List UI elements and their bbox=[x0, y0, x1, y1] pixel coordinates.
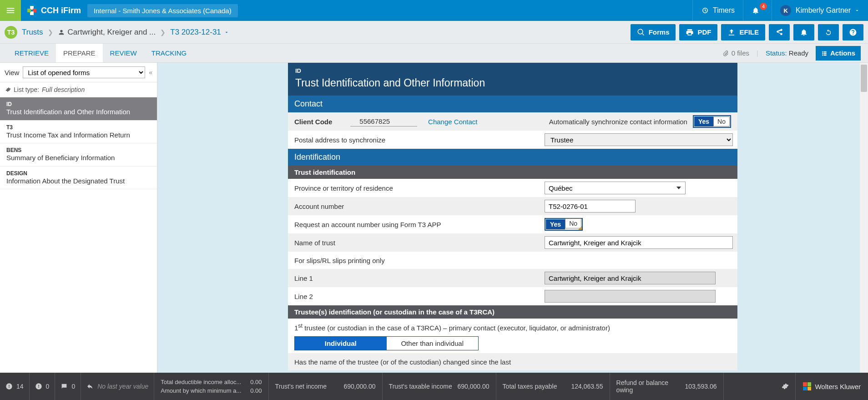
footer-bar: 14 0 0 No last year value Total deductib… bbox=[0, 373, 868, 400]
breadcrumb-bar: T3 Trusts ❯ Cartwright, Kreiger and ... … bbox=[0, 21, 868, 44]
notification-badge: 4 bbox=[760, 3, 767, 10]
seg-other[interactable]: Other than individual bbox=[387, 337, 479, 350]
list-type-row[interactable]: List type: Full description bbox=[0, 82, 157, 97]
efile-button[interactable]: EFILE bbox=[721, 24, 765, 41]
name-input[interactable] bbox=[545, 236, 733, 249]
tab-retrieve[interactable]: RETRIEVE bbox=[7, 44, 56, 62]
account-label: Account number bbox=[294, 203, 545, 210]
changed-label: Has the name of the trustee (or of the c… bbox=[294, 358, 511, 366]
gear-icon bbox=[5, 87, 11, 92]
status-label[interactable]: Status: bbox=[766, 49, 787, 57]
chevron-down-icon bbox=[854, 8, 860, 13]
diag-icon bbox=[35, 383, 42, 390]
hamburger-menu[interactable] bbox=[0, 0, 21, 21]
seg-individual[interactable]: Individual bbox=[295, 337, 387, 350]
reply-icon bbox=[86, 383, 94, 390]
files-indicator[interactable]: 0 files bbox=[722, 49, 749, 57]
change-contact-link[interactable]: Change Contact bbox=[428, 118, 477, 126]
breadcrumb-root[interactable]: Trusts bbox=[22, 28, 43, 37]
context-pill[interactable]: Internal - Smith Jones & Associates (Can… bbox=[87, 4, 238, 17]
list-icon bbox=[821, 50, 828, 56]
share-button[interactable] bbox=[769, 24, 790, 41]
slips-label: For slips/RL slips printing only bbox=[294, 257, 545, 264]
footer-lastyear[interactable]: No last year value bbox=[81, 373, 154, 400]
footer-diag1[interactable]: 14 bbox=[0, 373, 30, 400]
footer-net: Trust's net income690,000.00 bbox=[269, 373, 383, 400]
wolters-kluwer-logo[interactable]: Wolters Kluwer bbox=[796, 373, 868, 400]
user-name: Kimberly Gartner bbox=[796, 6, 851, 15]
comment-icon bbox=[61, 383, 68, 390]
timers-button[interactable]: Timers bbox=[692, 0, 743, 21]
client-code-value[interactable]: 55667825 bbox=[350, 116, 417, 127]
timer-icon bbox=[701, 6, 709, 15]
person-icon bbox=[58, 29, 65, 36]
sidebar-item-t3[interactable]: T3 Trust Income Tax and Information Retu… bbox=[0, 121, 157, 144]
client-code-label: Client Code bbox=[294, 118, 332, 126]
name-label: Name of trust bbox=[294, 239, 545, 247]
province-select[interactable] bbox=[545, 182, 686, 194]
postal-label: Postal address to synchronize bbox=[294, 136, 545, 144]
status-value: Ready bbox=[789, 49, 808, 57]
account-input[interactable] bbox=[545, 200, 636, 213]
tab-prepare[interactable]: PREPARE bbox=[56, 44, 103, 62]
alerts-button[interactable] bbox=[793, 24, 814, 41]
request-toggle[interactable]: Yes No bbox=[545, 218, 583, 231]
forms-button[interactable]: Forms bbox=[631, 24, 676, 41]
line2-input[interactable] bbox=[545, 290, 716, 303]
recycle-button[interactable] bbox=[818, 24, 839, 41]
share-icon bbox=[775, 28, 783, 36]
view-select[interactable]: List of opened forms bbox=[23, 66, 145, 78]
paperclip-icon bbox=[722, 50, 729, 56]
scroll-thumb[interactable] bbox=[861, 65, 867, 92]
request-label: Request an account number using Form T3 … bbox=[294, 221, 545, 228]
scrollbar[interactable] bbox=[860, 63, 868, 373]
main-area: View List of opened forms « List type: F… bbox=[0, 63, 868, 373]
collapse-sidebar[interactable]: « bbox=[149, 69, 152, 76]
line2-label: Line 2 bbox=[294, 293, 545, 300]
tab-tracking[interactable]: TRACKING bbox=[144, 44, 194, 62]
section-identification: Identification bbox=[288, 149, 737, 166]
trustee-type-toggle[interactable]: Individual Other than individual bbox=[294, 336, 479, 350]
line1-label: Line 1 bbox=[294, 274, 545, 282]
logo-icon bbox=[27, 6, 36, 15]
user-menu[interactable]: K Kimberly Gartner bbox=[772, 0, 868, 21]
tab-bar: RETRIEVE PREPARE REVIEW TRACKING 0 files… bbox=[0, 44, 868, 63]
line1-input[interactable] bbox=[545, 272, 716, 284]
menu-icon bbox=[5, 5, 15, 15]
sidebar-item-id[interactable]: ID Trust Identification and Other Inform… bbox=[0, 97, 157, 121]
form-header-title: Trust Identification and Other Informati… bbox=[295, 77, 730, 89]
app-name: CCH iFirm bbox=[41, 6, 81, 15]
postal-select[interactable]: Trustee bbox=[545, 133, 733, 146]
footer-notes[interactable]: 0 bbox=[55, 373, 81, 400]
sidebar-item-design[interactable]: DESIGN Information About the Designated … bbox=[0, 167, 157, 190]
actions-button[interactable]: Actions bbox=[816, 46, 861, 61]
form-header-code: ID bbox=[295, 67, 730, 74]
auto-sync-label: Automatically synchronize contact inform… bbox=[549, 118, 687, 126]
upload-icon bbox=[727, 28, 736, 36]
footer-diag2[interactable]: 0 bbox=[30, 373, 56, 400]
breadcrumb-return[interactable]: T3 2023-12-31 bbox=[170, 28, 221, 37]
timers-label: Timers bbox=[713, 6, 735, 15]
auto-sync-toggle[interactable]: Yes No bbox=[693, 115, 731, 128]
footer-stats-1: Total deductible income alloc...0.00 Amo… bbox=[154, 373, 268, 400]
help-button[interactable] bbox=[843, 24, 863, 41]
sub-trustee-identification: Trustee(s) identification (or custodian … bbox=[288, 305, 737, 319]
search-icon bbox=[637, 28, 645, 36]
chevron-down-icon[interactable] bbox=[224, 30, 229, 35]
footer-refund: Refund or balance owing103,593.06 bbox=[610, 373, 724, 400]
sidebar-item-bens[interactable]: BENS Summary of Beneficiary Information bbox=[0, 143, 157, 167]
chevron-right-icon: ❯ bbox=[48, 29, 53, 36]
breadcrumb-client[interactable]: Cartwright, Kreiger and ... bbox=[68, 28, 156, 37]
bell-icon bbox=[752, 6, 760, 15]
tab-review[interactable]: REVIEW bbox=[103, 44, 144, 62]
wk-icon bbox=[803, 382, 811, 390]
forms-sidebar: View List of opened forms « List type: F… bbox=[0, 63, 157, 373]
notifications-button[interactable]: 4 bbox=[743, 0, 772, 21]
chevron-right-icon: ❯ bbox=[160, 29, 166, 36]
view-label: View bbox=[5, 69, 19, 76]
footer-settings[interactable] bbox=[775, 373, 796, 400]
province-label: Province or territory of residence bbox=[294, 184, 545, 192]
help-icon bbox=[849, 28, 857, 36]
pdf-button[interactable]: PDF bbox=[679, 24, 717, 41]
app-logo[interactable]: CCH iFirm bbox=[21, 6, 87, 15]
